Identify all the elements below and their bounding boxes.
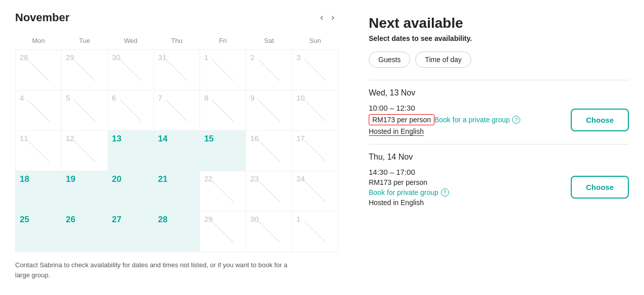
day-cell[interactable]: 25 — [16, 212, 61, 252]
slot-price: RM173 per person — [369, 178, 449, 186]
day-number: 26 — [66, 215, 75, 225]
calendar-cell: 1 — [292, 212, 338, 252]
calendar-cell[interactable]: 28 — [154, 212, 200, 252]
time-of-day-filter-button[interactable]: Time of day — [415, 52, 471, 68]
day-number: 30 — [112, 53, 121, 62]
calendar-cell: 3 — [292, 50, 338, 90]
day-cell: 10 — [292, 90, 338, 130]
day-cell[interactable]: 28 — [154, 212, 200, 252]
slot-info: 14:30 – 17:00RM173 per personBook for pr… — [369, 168, 449, 207]
day-cell[interactable]: 27 — [108, 212, 154, 252]
day-cell: 12 — [62, 131, 107, 171]
day-cell: 11 — [16, 131, 61, 171]
calendar-panel: November ‹ › MonTueWedThuFriSatSun 28293… — [15, 10, 338, 285]
divider — [369, 144, 629, 144]
calendar-cell[interactable]: 13 — [108, 131, 154, 171]
calendar-cell: 2 — [246, 50, 292, 90]
day-cell: 1 — [292, 212, 338, 252]
calendar-cell[interactable]: 18 — [16, 171, 62, 212]
calendar-cell: 30 — [108, 50, 154, 90]
day-number: 11 — [20, 134, 28, 142]
slot-private-group-link[interactable]: Book for a private group? — [434, 116, 520, 124]
weekday-header: Thu — [154, 34, 200, 50]
day-cell[interactable]: 14 — [154, 131, 200, 171]
calendar-cell[interactable]: 19 — [62, 171, 108, 212]
day-cell[interactable]: 20 — [108, 171, 154, 211]
weekday-header: Tue — [62, 34, 108, 50]
day-number: 17 — [296, 134, 305, 142]
day-cell: 17 — [292, 131, 338, 171]
weekday-header: Sat — [246, 34, 292, 50]
day-cell[interactable]: 26 — [62, 212, 107, 252]
calendar-cell: 10 — [292, 90, 338, 131]
calendar-cell: 11 — [16, 131, 62, 171]
next-month-button[interactable]: › — [327, 10, 338, 25]
calendar-cell: 23 — [246, 171, 292, 212]
day-cell: 4 — [16, 90, 61, 130]
day-cell: 2 — [246, 50, 291, 90]
day-cell: 30 — [246, 212, 291, 252]
calendar-cell: 5 — [62, 90, 108, 131]
slot-row: 14:30 – 17:00RM173 per personBook for pr… — [369, 168, 629, 207]
calendar-grid: MonTueWedThuFriSatSun 282930311234567891… — [15, 34, 338, 252]
calendar-cell[interactable]: 14 — [154, 131, 200, 171]
calendar-cell: 9 — [246, 90, 292, 131]
calendar-cell[interactable]: 25 — [16, 212, 62, 252]
calendar-cell[interactable]: 27 — [108, 212, 154, 252]
day-number: 2 — [250, 53, 254, 62]
day-number: 1 — [296, 215, 301, 223]
calendar-cell[interactable]: 26 — [62, 212, 108, 252]
day-cell[interactable]: 13 — [108, 131, 154, 171]
weekday-header: Mon — [16, 34, 62, 50]
slot-hosted-language: Hosted in English — [369, 199, 449, 207]
day-cell: 29 — [62, 50, 107, 90]
day-number: 25 — [20, 215, 29, 225]
day-number: 10 — [296, 93, 305, 102]
calendar-cell: 8 — [200, 90, 246, 131]
calendar-cell[interactable]: 21 — [154, 171, 200, 212]
day-number: 7 — [158, 93, 162, 102]
weekday-header: Fri — [200, 34, 246, 50]
calendar-title: November — [15, 11, 316, 24]
slot-hosted-language: Hosted in English — [369, 127, 424, 136]
day-number: 15 — [204, 134, 214, 144]
day-number: 22 — [204, 174, 213, 183]
day-cell: 6 — [108, 90, 154, 130]
day-cell[interactable]: 15 — [200, 131, 245, 171]
day-cell: 9 — [246, 90, 291, 130]
calendar-cell: 28 — [16, 50, 62, 90]
day-number: 18 — [20, 174, 29, 184]
day-cell: 31 — [154, 50, 200, 90]
calendar-cell: 16 — [246, 131, 292, 171]
prev-month-button[interactable]: ‹ — [316, 10, 327, 25]
day-number: 9 — [250, 93, 254, 102]
day-cell: 29 — [200, 212, 245, 252]
choose-button[interactable]: Choose — [571, 109, 629, 131]
day-number: 23 — [250, 174, 259, 183]
day-number: 8 — [204, 93, 208, 102]
calendar-cell: 29 — [200, 212, 246, 252]
day-number: 30 — [250, 215, 259, 223]
day-number: 5 — [66, 93, 70, 102]
day-cell[interactable]: 21 — [154, 171, 200, 211]
calendar-cell: 17 — [292, 131, 338, 171]
calendar-cell[interactable]: 15 — [200, 131, 246, 171]
day-number: 4 — [20, 93, 24, 102]
day-number: 1 — [204, 53, 208, 62]
day-number: 16 — [250, 134, 259, 142]
choose-button[interactable]: Choose — [571, 176, 629, 199]
day-number: 28 — [158, 215, 168, 225]
day-cell[interactable]: 19 — [62, 171, 107, 211]
slot-private-group-link[interactable]: Book for private group? — [369, 188, 449, 196]
slot-date-label: Wed, 13 Nov — [369, 88, 629, 97]
day-number: 6 — [112, 93, 116, 102]
calendar-cell[interactable]: 20 — [108, 171, 154, 212]
day-number: 14 — [158, 134, 168, 144]
calendar-cell: 22 — [200, 171, 246, 212]
guests-filter-button[interactable]: Guests — [369, 52, 410, 68]
calendar-cell: 29 — [62, 50, 108, 90]
availability-panel: Next available Select dates to see avail… — [369, 10, 629, 285]
day-number: 31 — [158, 53, 167, 62]
calendar-cell: 12 — [62, 131, 108, 171]
day-cell[interactable]: 18 — [16, 171, 61, 211]
